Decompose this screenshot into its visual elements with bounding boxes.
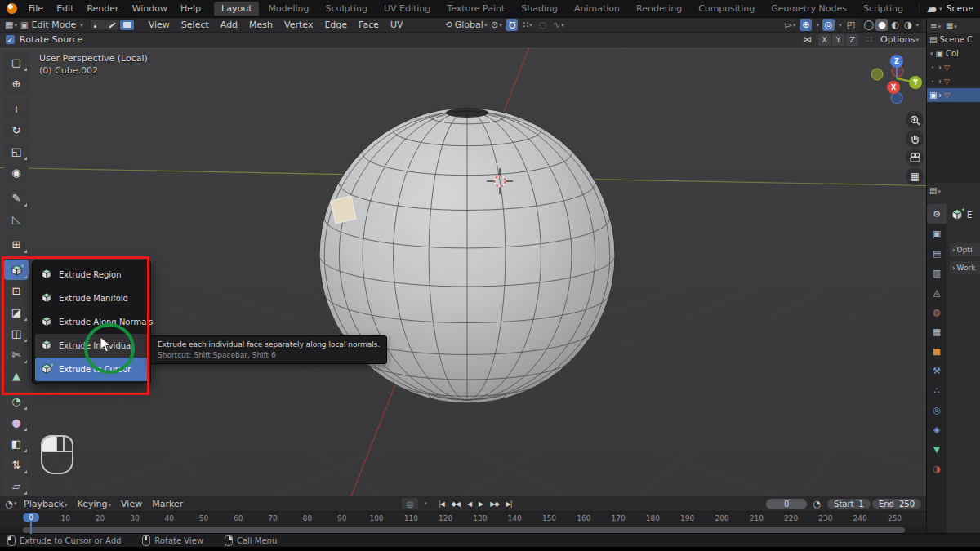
menu-edit[interactable]: Edit: [50, 3, 80, 14]
snap-settings-dropdown[interactable]: ∷▾: [521, 19, 533, 31]
navigation-gizmo[interactable]: Z Y X: [871, 51, 926, 108]
options-panel-header[interactable]: › Opti: [950, 243, 980, 256]
menu-render[interactable]: Render: [80, 3, 125, 14]
timeline-menu-keying[interactable]: Keying▾: [73, 499, 116, 509]
xray-toggle[interactable]: ◰: [844, 19, 857, 31]
playhead[interactable]: 0: [23, 513, 39, 522]
outliner-row-scene-collection[interactable]: ▤Scene C: [927, 33, 980, 47]
menu-help[interactable]: Help: [174, 3, 207, 14]
tool-tab[interactable]: ⚙: [927, 204, 947, 224]
outliner-display-mode-dropdown[interactable]: ≡▾: [930, 21, 941, 30]
mirror-x-button[interactable]: X: [818, 34, 831, 46]
transform-tool[interactable]: ◉: [4, 162, 29, 183]
menu-uv[interactable]: UV: [385, 20, 409, 30]
show-overlays-toggle[interactable]: ◎: [822, 19, 835, 31]
frame-start-field[interactable]: Start 1: [827, 499, 871, 509]
next-keyframe-button[interactable]: ▶◆: [488, 500, 500, 508]
mirror-y-button[interactable]: Y: [832, 34, 844, 46]
menu-window[interactable]: Window: [126, 3, 174, 14]
tab-scripting[interactable]: Scripting: [856, 2, 911, 16]
screen-tab[interactable]: ▦: [927, 322, 947, 341]
expand-arrow-icon[interactable]: ›: [938, 63, 942, 72]
tab-geometry-nodes[interactable]: Geometry Nodes: [764, 2, 854, 16]
menu-face[interactable]: Face: [353, 20, 385, 30]
proportional-falloff-dropdown[interactable]: ∿▾: [552, 19, 564, 31]
camera-view-button[interactable]: [906, 149, 924, 167]
scene-tab[interactable]: ◬: [927, 282, 947, 302]
axis-neg-y-ball[interactable]: [871, 69, 883, 80]
world-tab[interactable]: ◍: [927, 302, 947, 322]
use-preview-range-toggle[interactable]: ◔: [811, 498, 823, 510]
edge-select-mode[interactable]: [105, 20, 119, 30]
frame-end-field[interactable]: End 250: [872, 499, 921, 509]
expand-arrow-icon[interactable]: ▾: [930, 51, 933, 57]
pan-button[interactable]: [906, 130, 924, 148]
editor-type-button[interactable]: ▦▾: [5, 19, 17, 31]
menu-add[interactable]: Add: [215, 20, 243, 30]
object-type-visibility-dropdown[interactable]: ▻▾: [784, 19, 796, 31]
menu-vertex[interactable]: Vertex: [278, 20, 318, 30]
expand-arrow-icon[interactable]: ›: [938, 91, 942, 100]
annotate-tool[interactable]: ✎: [4, 188, 29, 208]
current-frame-field[interactable]: 0: [766, 499, 807, 509]
solid-shading-button[interactable]: ●: [875, 19, 888, 31]
mode-dropdown[interactable]: ▣ Edit Mode ▾: [20, 19, 83, 31]
jump-to-end-button[interactable]: ▶|: [505, 500, 514, 508]
vertex-select-mode[interactable]: [91, 20, 105, 30]
proportional-editing-toggle[interactable]: ◌: [537, 19, 549, 31]
outliner-row-mesh-object[interactable]: ·›▽: [927, 74, 980, 88]
move-tool[interactable]: +: [4, 99, 29, 119]
tab-uv-editing[interactable]: UV Editing: [376, 2, 438, 16]
edge-slide-tool[interactable]: ◧: [4, 433, 29, 454]
tab-shading[interactable]: Shading: [514, 2, 565, 16]
timeline-menu-view[interactable]: View: [116, 499, 147, 509]
render-tab[interactable]: ▣: [927, 224, 947, 243]
face-select-mode[interactable]: [120, 20, 134, 30]
cursor-tool[interactable]: ⊕: [4, 73, 29, 94]
menu-select[interactable]: Select: [176, 20, 215, 30]
jump-to-start-button[interactable]: |◀: [437, 500, 446, 508]
constraints-tab[interactable]: ◈: [927, 420, 947, 439]
mirror-z-button[interactable]: Z: [846, 34, 858, 46]
tab-rendering[interactable]: Rendering: [629, 2, 689, 16]
selected-face[interactable]: [331, 196, 356, 224]
show-gizmo-toggle[interactable]: ⊕: [800, 19, 812, 31]
material-preview-shading-button[interactable]: ◐: [889, 19, 901, 31]
previous-keyframe-button[interactable]: ◆◀: [450, 500, 461, 508]
pivot-point-dropdown[interactable]: ⊙▾: [490, 19, 502, 31]
timeline-ruler[interactable]: 0 01020304050607080901001101201301401501…: [0, 512, 926, 527]
scene-selector[interactable]: ▲● ▾ Scene: [919, 3, 973, 14]
timeline-menu-marker[interactable]: Marker: [147, 499, 188, 509]
object-tab[interactable]: ■: [927, 341, 947, 361]
physics-tab[interactable]: ◎: [927, 400, 947, 420]
output-tab[interactable]: ▤: [927, 243, 947, 263]
options-dropdown[interactable]: Options ▾: [880, 33, 919, 46]
modifiers-tab[interactable]: ⚒: [927, 361, 947, 380]
orthographic-toggle-button[interactable]: ▦: [906, 167, 924, 185]
timeline-menu-playback[interactable]: Playback▾: [19, 499, 73, 509]
shear-tool[interactable]: ▱: [4, 476, 29, 496]
tab-sculpting[interactable]: Sculpting: [318, 2, 375, 16]
snap-toggle[interactable]: Ω: [506, 19, 518, 31]
outliner-row-collection[interactable]: ▾▣Col: [927, 47, 980, 60]
menu-file[interactable]: File: [22, 3, 50, 14]
rendered-shading-button[interactable]: ◑: [902, 19, 914, 31]
particles-tab[interactable]: ∴: [927, 380, 947, 400]
expand-arrow-icon[interactable]: ›: [938, 77, 942, 86]
workspace-panel-header[interactable]: › Work: [950, 261, 980, 274]
zoom-button[interactable]: [906, 111, 924, 129]
rotate-tool[interactable]: ↻: [4, 120, 29, 140]
menu-view[interactable]: View: [143, 20, 176, 30]
scrollbar-handle[interactable]: [23, 527, 905, 533]
tab-layout[interactable]: Layout: [214, 2, 259, 16]
shrink-fatten-tool[interactable]: ⇅: [4, 455, 29, 475]
axis-neg-z-ball[interactable]: [891, 92, 902, 104]
play-button[interactable]: ▶: [477, 500, 484, 508]
object-data-tab[interactable]: ▼: [927, 439, 947, 459]
menu-edge[interactable]: Edge: [318, 20, 353, 30]
menu-mesh[interactable]: Mesh: [243, 20, 278, 30]
tab-+[interactable]: +: [912, 2, 919, 16]
outliner-row-mesh-object[interactable]: ▣›▽: [927, 88, 980, 102]
tweak-select-tool[interactable]: ▢: [4, 52, 29, 73]
timeline-editor-type-button[interactable]: ◔▾: [5, 498, 17, 510]
